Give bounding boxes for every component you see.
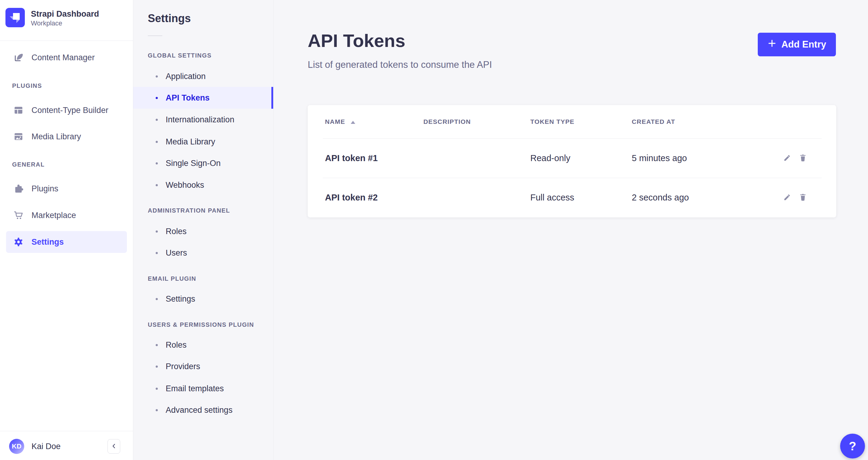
plus-icon	[768, 39, 777, 50]
subnav-item-internationalization[interactable]: Internationalization	[133, 109, 273, 130]
bullet-icon	[156, 162, 158, 164]
bullet-icon	[156, 366, 158, 368]
trash-icon	[798, 159, 807, 163]
subnav-item-providers[interactable]: Providers	[133, 356, 273, 377]
user-name: Kai Doe	[31, 442, 61, 451]
bullet-icon	[156, 344, 158, 346]
bullet-icon	[156, 409, 158, 411]
bullet-icon	[156, 141, 158, 143]
subnav-title-divider	[148, 35, 162, 36]
sidebar-item-plugins[interactable]: Plugins	[6, 178, 127, 200]
bullet-icon	[156, 252, 158, 254]
sidebar-item-label: Marketplace	[31, 211, 76, 220]
sidebar-item-media-library[interactable]: Media Library	[6, 126, 127, 148]
media-library-icon	[13, 131, 24, 142]
delete-button[interactable]	[798, 193, 808, 202]
bullet-icon	[156, 119, 158, 121]
token-created-at: 5 minutes ago	[632, 153, 687, 163]
table-header-row: NAME DESCRIPTION TOKEN TYPE CREATED AT	[308, 105, 836, 139]
sidebar-section-general: GENERAL	[12, 161, 45, 168]
column-header-name[interactable]: NAME	[325, 105, 355, 139]
add-entry-button[interactable]: Add Entry	[758, 33, 836, 56]
sidebar-item-label: Content Manager	[31, 53, 95, 62]
strapi-admin-app: Strapi Dashboard Workplace Content Manag…	[0, 0, 868, 460]
sidebar-item-label: Content-Type Builder	[31, 106, 108, 115]
sidebar-top-divider	[0, 40, 133, 41]
sidebar-item-marketplace[interactable]: Marketplace	[6, 205, 127, 226]
bullet-icon	[156, 184, 158, 186]
subnav-item-webhooks[interactable]: Webhooks	[133, 174, 273, 196]
content-manager-icon	[13, 52, 24, 63]
workspace-subtitle: Workplace	[31, 19, 99, 28]
subnav-item-application[interactable]: Application	[133, 65, 273, 87]
column-header-description: DESCRIPTION	[424, 105, 471, 139]
subnav-title: Settings	[148, 12, 191, 25]
sidebar-collapse-button[interactable]	[107, 439, 120, 454]
pencil-icon	[783, 198, 792, 203]
subnav-section-users-permissions-plugin: USERS & PERMISSIONS PLUGIN	[148, 321, 254, 328]
subnav-item-email-settings[interactable]: Settings	[133, 288, 273, 310]
sidebar-item-label: Media Library	[31, 132, 81, 142]
settings-subnav: Settings GLOBAL SETTINGS Application API…	[133, 0, 274, 460]
content-type-builder-icon	[13, 105, 24, 115]
sidebar-item-content-manager[interactable]: Content Manager	[6, 47, 127, 68]
subnav-item-single-sign-on[interactable]: Single Sign-On	[133, 152, 273, 174]
help-button[interactable]: ?	[840, 434, 865, 459]
plugins-icon	[13, 184, 24, 194]
delete-button[interactable]	[798, 153, 808, 163]
table-row[interactable]: API token #1 Read-only 5 minutes ago	[308, 139, 836, 178]
workspace-title: Strapi Dashboard	[31, 9, 99, 19]
subnav-section-administration-panel: ADMINISTRATION PANEL	[148, 207, 230, 214]
sidebar-item-settings[interactable]: Settings	[6, 231, 127, 253]
subnav-section-global-settings: GLOBAL SETTINGS	[148, 52, 212, 59]
column-header-token-type: TOKEN TYPE	[530, 105, 575, 139]
token-created-at: 2 seconds ago	[632, 193, 689, 203]
token-name: API token #2	[325, 193, 378, 203]
bullet-icon	[156, 231, 158, 233]
question-mark-icon: ?	[849, 439, 856, 453]
bullet-icon	[156, 75, 158, 78]
subnav-item-email-templates[interactable]: Email templates	[133, 378, 273, 399]
sidebar-item-label: Settings	[31, 238, 64, 247]
subnav-item-up-roles[interactable]: Roles	[133, 334, 273, 356]
marketplace-icon	[13, 210, 24, 220]
table-row[interactable]: API token #2 Full access 2 seconds ago	[308, 178, 836, 217]
edit-button[interactable]	[782, 193, 792, 202]
strapi-logo-icon	[5, 8, 25, 28]
main-sidebar: Strapi Dashboard Workplace Content Manag…	[0, 0, 133, 460]
sidebar-bottom-divider	[0, 431, 133, 431]
page-title: API Tokens	[308, 30, 405, 51]
subnav-item-admin-roles[interactable]: Roles	[133, 220, 273, 242]
sidebar-section-plugins: PLUGINS	[12, 82, 42, 89]
trash-icon	[798, 198, 807, 203]
sort-ascending-icon	[351, 118, 355, 125]
sidebar-item-content-type-builder[interactable]: Content-Type Builder	[6, 99, 127, 121]
bullet-icon	[156, 97, 158, 99]
avatar: KD	[9, 439, 24, 454]
token-type: Full access	[530, 193, 574, 203]
subnav-item-api-tokens[interactable]: API Tokens	[133, 87, 273, 109]
workspace-brand-link[interactable]: Strapi Dashboard Workplace	[5, 8, 129, 28]
user-menu[interactable]: KD Kai Doe	[9, 437, 97, 456]
sidebar-item-label: Plugins	[31, 184, 58, 193]
subnav-section-email-plugin: EMAIL PLUGIN	[148, 275, 196, 282]
subnav-item-advanced-settings[interactable]: Advanced settings	[133, 399, 273, 421]
subnav-item-media-library[interactable]: Media Library	[133, 131, 273, 153]
page-subtitle: List of generated tokens to consume the …	[308, 59, 492, 70]
api-tokens-table: NAME DESCRIPTION TOKEN TYPE CREATED AT A…	[308, 105, 836, 217]
token-type: Read-only	[530, 153, 570, 163]
token-name: API token #1	[325, 153, 378, 163]
column-header-created-at: CREATED AT	[632, 105, 675, 139]
settings-gear-icon	[13, 237, 24, 247]
bullet-icon	[156, 388, 158, 390]
pencil-icon	[783, 159, 792, 163]
edit-button[interactable]	[782, 153, 792, 163]
chevron-left-icon	[110, 442, 118, 451]
subnav-item-admin-users[interactable]: Users	[133, 242, 273, 264]
bullet-icon	[156, 298, 158, 300]
